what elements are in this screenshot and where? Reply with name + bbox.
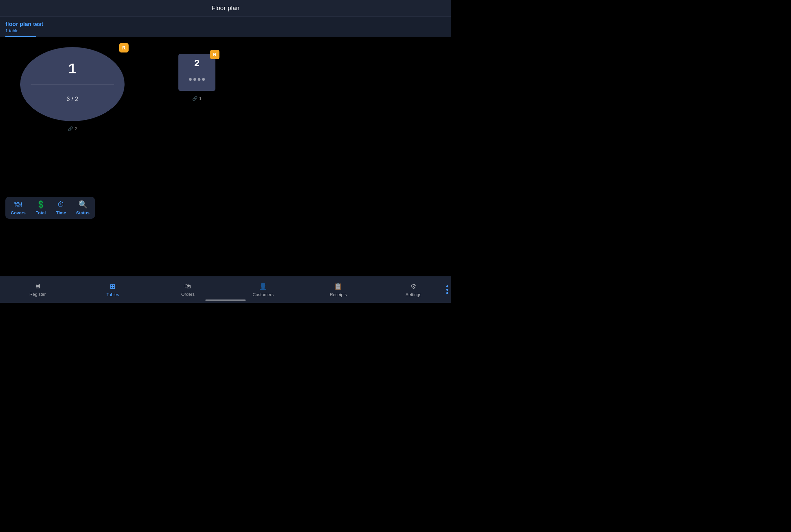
orders-icon: 🛍 (185, 282, 191, 290)
dot-3 (198, 78, 201, 81)
link-icon-2: 🔗 (192, 96, 197, 101)
orders-label: Orders (181, 292, 194, 297)
nav-orders[interactable]: 🛍 Orders (150, 279, 226, 300)
right-dots (446, 285, 448, 294)
tables-icon: ⊞ (110, 282, 115, 290)
right-dot-3 (446, 292, 448, 294)
filter-covers[interactable]: 🍽 Covers (11, 200, 25, 215)
table-1[interactable]: R 1 6 / 2 (20, 47, 125, 121)
status-label: Status (76, 210, 90, 215)
filter-bar: 🍽 Covers 💲 Total ⏱ Time 🔍 Status (5, 197, 95, 219)
nav-customers[interactable]: 👤 Customers (226, 279, 301, 301)
sub-header: floor plan test 1 table (0, 17, 451, 37)
table-1-wrapper[interactable]: R 1 6 / 2 🔗 2 (20, 47, 125, 121)
covers-label: Covers (11, 210, 25, 215)
floor-plan-table-count: 1 table (5, 28, 446, 33)
table-2-number: 2 (194, 58, 200, 69)
table-2-wrapper[interactable]: R 2 🔗 1 (178, 54, 215, 91)
settings-label: Settings (406, 292, 421, 297)
home-indicator (205, 300, 246, 301)
table-2-link-count: 🔗 1 (192, 96, 201, 101)
table-1-number: 1 (68, 61, 76, 77)
right-dot-1 (446, 285, 448, 287)
table-1-badge: R (119, 43, 129, 53)
time-icon: ⏱ (57, 200, 64, 209)
total-icon: 💲 (36, 200, 45, 209)
floor-plan-name: floor plan test (5, 21, 446, 27)
table-2-badge: R (210, 50, 220, 59)
customers-label: Customers (252, 292, 274, 297)
register-icon: 🖥 (34, 282, 41, 290)
tables-label: Tables (106, 292, 119, 297)
table-1-link-count: 🔗 2 (68, 126, 77, 131)
table-1-occupancy: 6 / 2 (66, 96, 78, 102)
dot-4 (202, 78, 205, 81)
time-label: Time (56, 210, 66, 215)
right-dot-2 (446, 289, 448, 291)
header-title: Floor plan (211, 5, 239, 12)
filter-total[interactable]: 💲 Total (36, 200, 46, 215)
register-label: Register (29, 292, 45, 297)
link-icon-1: 🔗 (68, 126, 73, 131)
dot-2 (193, 78, 196, 81)
floor-plan-area: R 1 6 / 2 🔗 2 R 2 🔗 1 (0, 37, 451, 249)
nav-tables[interactable]: ⊞ Tables (75, 279, 150, 301)
table-2-dots (189, 78, 205, 81)
nav-settings[interactable]: ⚙ Settings (376, 279, 451, 301)
status-icon: 🔍 (78, 200, 88, 209)
bottom-nav: 🖥 Register ⊞ Tables 🛍 Orders 👤 Customers… (0, 276, 451, 303)
total-label: Total (36, 210, 46, 215)
covers-icon: 🍽 (15, 200, 22, 209)
receipts-icon: 📋 (334, 282, 342, 290)
table-2[interactable]: R 2 (178, 54, 215, 91)
filter-time[interactable]: ⏱ Time (56, 200, 66, 215)
receipts-label: Receipts (330, 292, 347, 297)
table-1-divider (31, 84, 114, 84)
table-1-links: 2 (74, 126, 77, 131)
app-header: Floor plan (0, 0, 451, 17)
table-2-links: 1 (199, 96, 201, 101)
table-2-divider (182, 72, 212, 72)
filter-status[interactable]: 🔍 Status (76, 200, 90, 215)
settings-icon: ⚙ (410, 282, 416, 290)
customers-icon: 👤 (259, 282, 267, 290)
nav-register[interactable]: 🖥 Register (0, 279, 75, 300)
dot-1 (189, 78, 192, 81)
nav-receipts[interactable]: 📋 Receipts (301, 279, 376, 301)
active-tab-indicator (5, 36, 36, 37)
